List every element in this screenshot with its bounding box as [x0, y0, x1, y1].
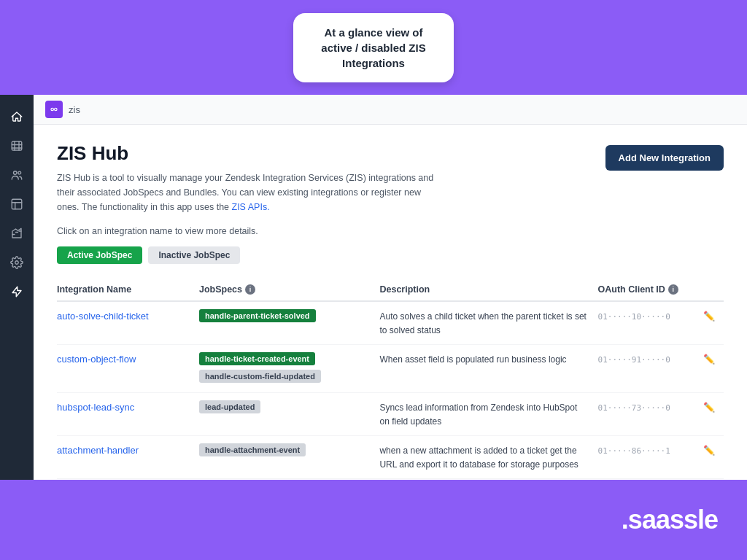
sidebar-item-tickets[interactable]: [4, 133, 30, 159]
tags-cell: lead-updated: [199, 400, 371, 416]
sidebar-item-users[interactable]: [4, 162, 30, 188]
integration-link-attachment-handler[interactable]: attachment-handler: [57, 445, 139, 456]
description-cell: Auto solves a child ticket when the pare…: [379, 301, 597, 345]
oauth-id: 01·····10·····0: [598, 312, 670, 322]
edit-icon[interactable]: ✏️: [703, 402, 715, 413]
table-header-row: Integration Name JobSpecs i Description: [57, 279, 724, 301]
integration-link-auto-solve-child-ticket[interactable]: auto-solve-child-ticket: [57, 311, 149, 322]
sidebar-item-settings[interactable]: [4, 249, 30, 276]
page-content: ZIS Hub ZIS Hub is a tool to visually ma…: [34, 125, 747, 480]
jobspecs-info-icon[interactable]: i: [245, 284, 255, 295]
sidebar-item-analytics[interactable]: [4, 220, 30, 246]
content-area: zis ZIS Hub ZIS Hub is a tool to visuall…: [34, 95, 747, 480]
svg-rect-0: [12, 141, 22, 150]
sidebar-item-home[interactable]: [4, 104, 30, 130]
click-hint: Click on an integration name to view mor…: [57, 226, 724, 236]
oauth-id: 01·····91·····0: [598, 355, 670, 365]
description-cell: when a new attachment is added to a tick…: [379, 436, 597, 479]
svg-point-1: [14, 171, 18, 175]
table-row: hubspot-lead-synclead-updatedSyncs lead …: [57, 393, 724, 436]
page-description: ZIS Hub is a tool to visually manage you…: [57, 171, 433, 214]
jobspec-tag: handle-parent-ticket-solved: [199, 309, 316, 322]
main-layout: zis ZIS Hub ZIS Hub is a tool to visuall…: [0, 95, 747, 480]
tooltip-text: At a glance view of active / disabled ZI…: [311, 25, 436, 71]
jobspec-tag: handle-attachment-event: [199, 443, 306, 456]
bottom-banner: .saassle: [0, 480, 747, 560]
col-header-jobspecs: JobSpecs i: [199, 279, 380, 301]
sidebar-item-integrations[interactable]: [4, 279, 30, 305]
jobspec-tag: handle-custom-field-updated: [199, 370, 321, 383]
oauth-info-icon[interactable]: i: [668, 284, 678, 295]
table-row: attachment-handlerhandle-attachment-even…: [57, 436, 724, 479]
tab-inactive-jobspec[interactable]: Inactive JobSpec: [148, 246, 240, 264]
table-row: slack-incident-ticket-alertincident-tick…: [57, 479, 724, 481]
jobspec-tag: handle-ticket-created-event: [199, 352, 315, 365]
col-header-oauth: OAuth Client ID i: [598, 279, 703, 301]
edit-icon[interactable]: ✏️: [703, 445, 715, 456]
col-header-actions: [703, 279, 724, 301]
svg-rect-3: [12, 199, 22, 209]
sidebar: [0, 95, 34, 480]
top-banner: At a glance view of active / disabled ZI…: [0, 0, 747, 95]
oauth-id: 01·····86·····1: [598, 446, 670, 456]
add-new-integration-button[interactable]: Add New Integration: [605, 145, 724, 171]
integration-link-custom-object-flow[interactable]: custom-object-flow: [57, 354, 136, 365]
tooltip-bubble: At a glance view of active / disabled ZI…: [293, 13, 454, 82]
description-cell: Syncs lead information from Zendesk into…: [379, 393, 597, 436]
zis-icon: [45, 101, 63, 118]
edit-icon[interactable]: ✏️: [703, 311, 715, 322]
jobspec-tag: lead-updated: [199, 400, 260, 413]
description-cell: Updates a designated slack channel when …: [379, 479, 597, 481]
table-row: custom-object-flowhandle-ticket-created-…: [57, 345, 724, 393]
description-cell: When asset field is populated run busine…: [379, 345, 597, 393]
breadcrumb-bar: zis: [34, 95, 747, 125]
svg-point-2: [18, 171, 21, 174]
edit-icon[interactable]: ✏️: [703, 354, 715, 365]
col-header-description: Description: [379, 279, 597, 301]
sidebar-item-reports[interactable]: [4, 191, 30, 217]
page-title: ZIS Hub: [57, 142, 433, 165]
integrations-table: Integration Name JobSpecs i Description: [57, 279, 724, 480]
integration-link-hubspot-lead-sync[interactable]: hubspot-lead-sync: [57, 402, 134, 413]
oauth-id: 01·····73·····0: [598, 403, 670, 413]
page-header: ZIS Hub ZIS Hub is a tool to visually ma…: [57, 142, 724, 214]
tags-cell: handle-ticket-created-eventhandle-custom…: [199, 352, 371, 385]
breadcrumb-text: zis: [69, 104, 80, 115]
table-row: auto-solve-child-tickethandle-parent-tic…: [57, 301, 724, 345]
zis-apis-link[interactable]: ZIS APIs.: [232, 202, 270, 212]
col-header-name: Integration Name: [57, 279, 199, 301]
saassle-logo: .saassle: [622, 505, 718, 535]
page-title-section: ZIS Hub ZIS Hub is a tool to visually ma…: [57, 142, 433, 214]
tab-active-jobspec[interactable]: Active JobSpec: [57, 246, 142, 264]
tags-cell: handle-parent-ticket-solved: [199, 309, 371, 324]
filter-tabs: Active JobSpec Inactive JobSpec: [57, 246, 724, 264]
tags-cell: handle-attachment-event: [199, 443, 371, 459]
svg-point-4: [15, 261, 19, 265]
